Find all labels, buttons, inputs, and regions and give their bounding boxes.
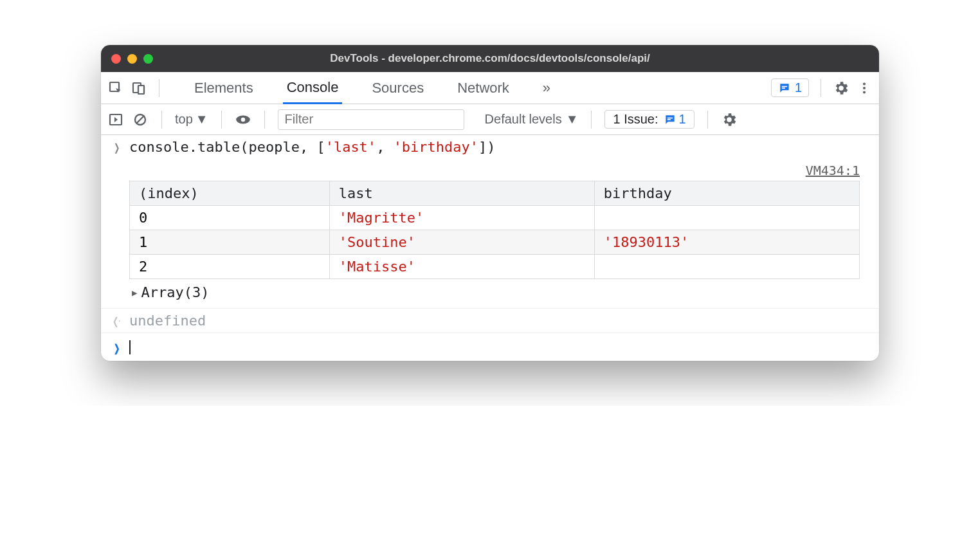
tab-sources[interactable]: Sources (368, 72, 428, 104)
issues-count: 1 (679, 112, 686, 127)
tab-network[interactable]: Network (453, 72, 513, 104)
svg-point-7 (863, 86, 866, 89)
tab-elements[interactable]: Elements (190, 72, 257, 104)
tab-console[interactable]: Console (283, 73, 343, 104)
input-chevron-icon: ❯ (110, 139, 123, 154)
console-output-row: VM434:1 (index) last birthday 0 'Magritt… (101, 159, 879, 309)
settings-icon[interactable] (833, 80, 849, 96)
filter-input[interactable] (278, 109, 464, 130)
panel-tabs: Elements Console Sources Network » (190, 72, 554, 104)
divider (264, 111, 265, 129)
issues-button[interactable]: 1 Issue: 1 (604, 110, 694, 129)
console-return-row: ❮⋅ undefined (101, 309, 879, 333)
console-settings-icon[interactable] (721, 111, 738, 128)
divider (591, 111, 592, 129)
table-row: 2 'Matisse' (130, 255, 860, 279)
context-selector[interactable]: top ▼ (175, 112, 208, 127)
source-link[interactable]: VM434:1 (129, 163, 873, 178)
issues-label: 1 Issue: (613, 112, 658, 127)
svg-point-8 (863, 91, 866, 93)
return-value: undefined (129, 313, 206, 329)
console-input-code: console.table(people, ['last', 'birthday… (129, 139, 496, 155)
cell-last: 'Soutine' (329, 230, 594, 255)
svg-line-11 (137, 116, 144, 123)
tabs-overflow[interactable]: » (539, 72, 554, 104)
issues-badge[interactable]: 1 (771, 78, 809, 97)
cell-last: 'Magritte' (329, 206, 594, 230)
dropdown-icon: ▼ (566, 112, 579, 127)
console-table: (index) last birthday 0 'Magritte' 1 (129, 181, 860, 279)
window-title: DevTools - developer.chrome.com/docs/dev… (101, 52, 879, 65)
maximize-button[interactable] (143, 54, 153, 64)
table-row: 0 'Magritte' (130, 206, 860, 230)
cell-birthday (594, 206, 859, 230)
clear-console-icon[interactable] (132, 111, 149, 128)
levels-label: Default levels (485, 112, 562, 127)
device-toggle-icon[interactable] (131, 80, 147, 96)
cell-index: 1 (130, 230, 330, 255)
prompt-chevron-icon: ❯ (110, 340, 123, 354)
main-tabbar: Elements Console Sources Network » 1 (101, 72, 879, 104)
divider (221, 111, 222, 129)
cell-last: 'Matisse' (329, 255, 594, 279)
minimize-button[interactable] (127, 54, 137, 64)
output-chevron-icon: ❮⋅ (110, 313, 123, 327)
svg-point-6 (863, 82, 866, 85)
svg-rect-2 (138, 86, 144, 94)
inspect-icon[interactable] (107, 80, 124, 96)
window-controls (111, 54, 153, 64)
console-prompt-row[interactable]: ❯ (101, 333, 879, 361)
svg-point-13 (240, 117, 245, 122)
live-expression-icon[interactable] (235, 111, 251, 128)
console-toolbar: top ▼ Default levels ▼ 1 Issue: 1 (101, 104, 879, 135)
devtools-window: DevTools - developer.chrome.com/docs/dev… (101, 45, 879, 361)
divider (707, 111, 708, 129)
svg-rect-14 (667, 117, 672, 118)
cell-birthday (594, 255, 859, 279)
table-header-row: (index) last birthday (130, 181, 860, 206)
close-button[interactable] (111, 54, 121, 64)
col-birthday[interactable]: birthday (594, 181, 859, 206)
array-summary-text: Array(3) (141, 284, 209, 300)
text-caret (129, 340, 131, 354)
cell-index: 0 (130, 206, 330, 230)
svg-rect-15 (667, 119, 670, 120)
dropdown-icon: ▼ (195, 112, 208, 127)
kebab-menu-icon[interactable] (856, 80, 873, 96)
context-label: top (175, 112, 193, 127)
col-last[interactable]: last (329, 181, 594, 206)
sidebar-toggle-icon[interactable] (107, 111, 124, 128)
array-summary[interactable]: ▶ Array(3) (132, 283, 873, 304)
svg-rect-5 (782, 87, 785, 89)
cell-index: 2 (130, 255, 330, 279)
cell-birthday: '18930113' (594, 230, 859, 255)
table-row: 1 'Soutine' '18930113' (130, 230, 860, 255)
message-icon (664, 113, 676, 126)
divider (821, 79, 821, 97)
log-levels-selector[interactable]: Default levels ▼ (485, 112, 579, 127)
divider (161, 111, 162, 129)
titlebar: DevTools - developer.chrome.com/docs/dev… (101, 45, 879, 72)
col-index[interactable]: (index) (130, 181, 330, 206)
console-body: ❯ console.table(people, ['last', 'birthd… (101, 135, 879, 361)
message-icon (778, 82, 791, 95)
expand-icon: ▶ (132, 288, 137, 298)
divider (159, 79, 159, 97)
svg-rect-4 (782, 86, 787, 87)
issues-badge-count: 1 (795, 80, 802, 95)
console-input-row: ❯ console.table(people, ['last', 'birthd… (101, 135, 879, 159)
